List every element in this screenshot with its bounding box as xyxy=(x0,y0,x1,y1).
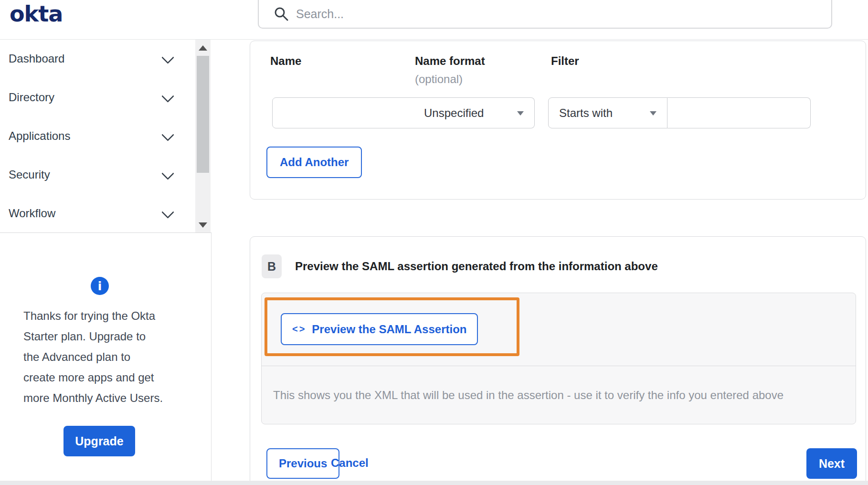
filter-column-label: Filter xyxy=(551,54,579,68)
chevron-down-icon xyxy=(161,167,174,180)
global-search[interactable] xyxy=(258,0,832,29)
chevron-down-icon xyxy=(161,51,174,64)
upsell-line: more Monthly Active Users. xyxy=(23,388,181,408)
caret-down-icon xyxy=(517,111,524,116)
sidebar-item-label: Dashboard xyxy=(9,52,64,65)
preview-assertion-card: B Preview the SAML assertion generated f… xyxy=(250,236,866,485)
previous-button[interactable]: Previous xyxy=(266,448,339,479)
upsell-line: Starter plan. Upgrade to xyxy=(23,326,181,347)
name-format-optional-label: (optional) xyxy=(415,73,463,86)
sidebar-item-dashboard[interactable]: Dashboard xyxy=(0,39,212,78)
search-icon xyxy=(274,7,288,21)
sidebar-scrollbar[interactable] xyxy=(195,40,211,232)
scrollbar-thumb[interactable] xyxy=(197,56,209,173)
preview-button-label: Preview the SAML Assertion xyxy=(312,323,466,336)
sidebar-item-label: Workflow xyxy=(9,207,55,220)
horizontal-scrollbar-track xyxy=(0,481,868,485)
sidebar-item-applications[interactable]: Applications xyxy=(0,116,212,155)
preview-panel-bottom: This shows you the XML that will be used… xyxy=(262,366,856,424)
chevron-down-icon xyxy=(161,206,174,219)
sidebar-item-security[interactable]: Security xyxy=(0,155,212,194)
filter-value-input[interactable] xyxy=(667,97,811,128)
add-another-button[interactable]: Add Another xyxy=(266,147,362,178)
upgrade-button[interactable]: Upgrade xyxy=(64,426,135,456)
filter-operator-value: Starts with xyxy=(559,106,613,120)
name-column-label: Name xyxy=(270,54,301,68)
preview-description: This shows you the XML that will be used… xyxy=(273,389,783,402)
filter-operator-dropdown[interactable]: Starts with xyxy=(548,97,667,128)
section-b-badge: B xyxy=(262,254,282,278)
sidebar: Dashboard Directory Applications Securit… xyxy=(0,39,212,485)
sidebar-item-directory[interactable]: Directory xyxy=(0,78,212,116)
code-brackets-icon: <> xyxy=(292,324,306,335)
sidebar-item-label: Applications xyxy=(9,129,70,143)
sidebar-nav: Dashboard Directory Applications Securit… xyxy=(0,39,212,233)
preview-saml-assertion-button[interactable]: <> Preview the SAML Assertion xyxy=(281,313,478,345)
upsell-line: the Advanced plan to xyxy=(23,347,181,367)
okta-logo: okta xyxy=(10,1,63,27)
search-input[interactable] xyxy=(295,7,727,21)
upsell-line: create more apps and get xyxy=(23,367,181,388)
name-format-value: Unspecified xyxy=(424,106,484,120)
next-button[interactable]: Next xyxy=(806,448,857,479)
upsell-message: Thanks for trying the Okta Starter plan.… xyxy=(23,306,181,408)
info-icon: i xyxy=(91,277,109,295)
chevron-down-icon xyxy=(161,128,174,141)
attribute-statements-card: Name Name format (optional) Filter Unspe… xyxy=(250,41,866,200)
attribute-name-input[interactable] xyxy=(272,97,414,128)
name-format-dropdown[interactable]: Unspecified xyxy=(413,97,535,128)
sidebar-item-workflow[interactable]: Workflow xyxy=(0,194,212,232)
scroll-up-icon[interactable] xyxy=(199,45,207,51)
cancel-link[interactable]: Cancel xyxy=(331,456,369,470)
scroll-down-icon[interactable] xyxy=(199,222,207,228)
okta-admin-page: okta Dashboard Directory Applications xyxy=(0,0,868,485)
caret-down-icon xyxy=(650,111,656,116)
chevron-down-icon xyxy=(161,90,174,103)
sidebar-item-label: Directory xyxy=(9,91,54,104)
upsell-line: Thanks for trying the Okta xyxy=(23,306,181,326)
sidebar-item-label: Security xyxy=(9,168,50,181)
name-format-column-label: Name format xyxy=(415,54,485,68)
section-b-title: Preview the SAML assertion generated fro… xyxy=(295,260,658,273)
top-header: okta xyxy=(0,0,868,40)
